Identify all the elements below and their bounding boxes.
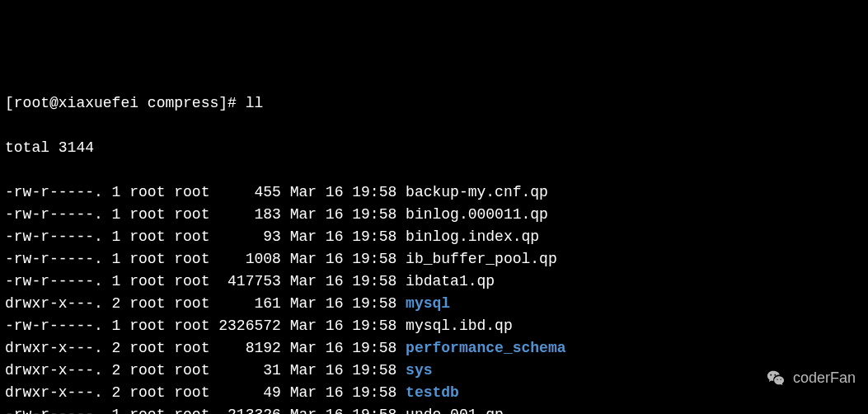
file-row: drwxr-x---. 2 root root 8192 Mar 16 19:5… (5, 337, 863, 360)
file-attributes: -rw-r-----. 1 root root 93 Mar 16 19:58 (5, 228, 406, 245)
file-attributes: -rw-r-----. 1 root root 183 Mar 16 19:58 (5, 206, 406, 223)
file-name: backup-my.cnf.qp (406, 184, 548, 200)
file-attributes: drwxr-x---. 2 root root 161 Mar 16 19:58 (5, 295, 406, 312)
watermark-text: coderFan (793, 367, 856, 389)
file-attributes: drwxr-x---. 2 root root 31 Mar 16 19:58 (5, 362, 406, 379)
file-row: -rw-r-----. 1 root root 213326 Mar 16 19… (5, 404, 863, 414)
file-row: drwxr-x---. 2 root root 31 Mar 16 19:58 … (5, 360, 863, 382)
file-row: -rw-r-----. 1 root root 183 Mar 16 19:58… (5, 204, 863, 226)
file-name: mysql.ibd.qp (406, 318, 513, 334)
directory-name: mysql (406, 295, 450, 312)
file-name: ibdata1.qp (406, 273, 495, 289)
file-name: ib_buffer_pool.qp (406, 251, 557, 267)
command-prompt-line-1: [root@xiaxuefei compress]# ll (5, 92, 863, 115)
watermark: coderFan (765, 367, 856, 389)
file-row: drwxr-x---. 2 root root 161 Mar 16 19:58… (5, 293, 863, 315)
file-attributes: -rw-r-----. 1 root root 417753 Mar 16 19… (5, 273, 406, 289)
file-attributes: -rw-r-----. 1 root root 213326 Mar 16 19… (5, 407, 406, 414)
file-attributes: drwxr-x---. 2 root root 49 Mar 16 19:58 (5, 384, 406, 401)
file-name: binlog.index.qp (406, 228, 539, 245)
file-attributes: -rw-r-----. 1 root root 1008 Mar 16 19:5… (5, 251, 406, 267)
file-row: drwxr-x---. 2 root root 49 Mar 16 19:58 … (5, 382, 863, 404)
file-attributes: -rw-r-----. 1 root root 455 Mar 16 19:58 (5, 184, 406, 200)
file-row: -rw-r-----. 1 root root 455 Mar 16 19:58… (5, 181, 863, 204)
directory-name: testdb (406, 384, 459, 401)
directory-name: performance_schema (406, 340, 565, 356)
file-row: -rw-r-----. 1 root root 417753 Mar 16 19… (5, 271, 863, 293)
file-row: -rw-r-----. 1 root root 2326572 Mar 16 1… (5, 315, 863, 337)
total-line: total 3144 (5, 137, 863, 159)
file-row: -rw-r-----. 1 root root 1008 Mar 16 19:5… (5, 248, 863, 271)
file-listing: -rw-r-----. 1 root root 455 Mar 16 19:58… (5, 181, 863, 414)
file-row: -rw-r-----. 1 root root 93 Mar 16 19:58 … (5, 226, 863, 248)
file-attributes: drwxr-x---. 2 root root 8192 Mar 16 19:5… (5, 340, 406, 356)
directory-name: sys (406, 362, 432, 379)
file-name: undo_001.qp (406, 407, 504, 414)
file-name: binlog.000011.qp (406, 206, 548, 223)
wechat-icon (765, 369, 786, 388)
file-attributes: -rw-r-----. 1 root root 2326572 Mar 16 1… (5, 318, 406, 334)
